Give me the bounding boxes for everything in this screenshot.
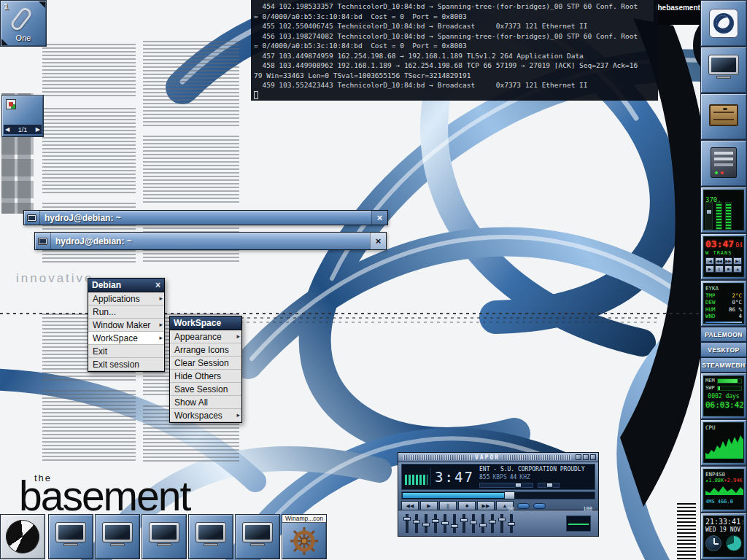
window-titlebar-hydroj-1[interactable]: hydroJ@debian: ~ × (23, 210, 388, 225)
appicon-terminal-2[interactable] (95, 514, 140, 559)
eq-slider[interactable] (453, 514, 456, 533)
dock-net-monitor[interactable]: ENP4S0 ▴1.88K ▾2.94K 4MS 466.0 (700, 466, 747, 513)
appicon-terminal-3[interactable] (142, 514, 187, 559)
winamp-scale-100: 100 (583, 506, 592, 512)
appicon-winamp-folder[interactable]: Winamp...con (282, 514, 327, 559)
root-menu-titlebar[interactable]: Debian × (88, 279, 164, 292)
eq-slider[interactable] (472, 514, 475, 533)
pager-right-arrow-icon[interactable]: ▶ (36, 126, 40, 133)
winamp-stop-button[interactable]: ■ (458, 501, 476, 510)
weather-pressure-bar (705, 322, 742, 324)
eq-slider[interactable] (481, 514, 484, 533)
seek-knob[interactable] (504, 491, 515, 499)
launcher-steamwebh[interactable]: STEAMWEBH (700, 357, 747, 373)
workspace-submenu-titlebar[interactable]: WorkSpace (170, 316, 241, 330)
player-eject-button[interactable]: ▲ (733, 265, 742, 273)
uptime-time: 06:03:42 (705, 400, 742, 410)
launcher-vesktop[interactable]: VESKTOP (700, 342, 747, 357)
winamp-close-button[interactable] (590, 454, 596, 460)
eq-slider[interactable] (510, 514, 513, 533)
cpu-label: CPU (705, 424, 742, 431)
winamp-player[interactable]: VAPOR 3:47 ENT - S.U. CORPORATION PROUDL… (398, 452, 599, 537)
player-play-button[interactable]: ▶ (705, 265, 714, 273)
pager-left-arrow-icon[interactable]: ◀ (5, 126, 9, 133)
winamp-equalizer[interactable] (398, 510, 599, 537)
menu-item-arrange-icons[interactable]: Arrange Icons (170, 343, 241, 357)
analog-clock-icon (705, 535, 721, 551)
player-prev-button[interactable]: |◀ (705, 257, 714, 265)
eq-slider[interactable] (415, 514, 418, 533)
winamp-shuffle-button[interactable] (517, 503, 530, 509)
window-close-button[interactable]: × (370, 233, 386, 249)
mixer-slider[interactable] (705, 202, 713, 230)
winamp-minimize-button[interactable] (576, 454, 581, 460)
menu-item-workspaces[interactable]: Workspaces ▸ (170, 409, 241, 422)
winamp-bitrate-unit: KBPS (492, 474, 506, 481)
weather-label: HUM (705, 306, 716, 314)
winamp-shade-button[interactable] (583, 454, 589, 460)
winamp-titlebar[interactable]: VAPOR (398, 453, 598, 462)
player-stop-button[interactable]: ■ (724, 265, 733, 273)
clip-next-arrow[interactable] (39, 1, 45, 8)
winamp-balance-slider[interactable] (538, 483, 560, 488)
menu-item-clear-session[interactable]: Clear Session (170, 357, 241, 370)
menu-item-exit[interactable]: Exit (88, 345, 164, 358)
menu-item-run[interactable]: Run... (88, 306, 164, 319)
menu-close-icon[interactable]: × (155, 280, 160, 290)
eq-slider[interactable] (500, 514, 503, 533)
mem-bar (717, 378, 742, 384)
eq-slider[interactable] (444, 514, 446, 533)
dock-sysmonitor[interactable]: MEM SWP 0002 days 06:03:42 (700, 373, 747, 419)
mixer-vu-meter (725, 202, 732, 230)
winamp-play-button[interactable]: ▶ (420, 501, 438, 510)
eq-slider[interactable] (406, 514, 409, 533)
dock-mixer[interactable]: 370. (700, 187, 747, 233)
dock-clock[interactable]: 21:33:41 3561 WED 19 NOV (700, 513, 747, 560)
launcher-palemoon[interactable]: PALEMOON (700, 327, 747, 342)
menu-item-show-all[interactable]: Show All (170, 396, 241, 409)
appicon-terminal-1[interactable] (48, 514, 93, 559)
winamp-volume-slider[interactable] (479, 483, 533, 488)
eq-slider[interactable] (491, 514, 494, 533)
appicon-terminal-5[interactable] (235, 514, 280, 559)
window-menu-button[interactable] (35, 233, 51, 249)
eq-slider[interactable] (434, 514, 437, 533)
menu-item-applications[interactable]: Applications ▸ (88, 292, 164, 306)
menu-item-appearance[interactable]: Appearance ▸ (170, 330, 241, 343)
window-close-button[interactable]: × (371, 211, 387, 225)
menu-item-workspace[interactable]: WorkSpace ▸ (88, 332, 164, 345)
dock-appicon-terminal[interactable] (700, 47, 747, 93)
winamp-next-button[interactable]: ▶▶ (477, 501, 495, 510)
dock-cpu-monitor[interactable]: CPU (700, 419, 747, 466)
window-titlebar-hydroj-2[interactable]: hydroJ@debian: ~ × (34, 232, 387, 250)
submenu-arrow-icon: ▸ (236, 411, 240, 419)
dock-appicon-fileserver[interactable] (700, 140, 747, 187)
dock-appicon-gnustep[interactable] (700, 0, 747, 47)
winamp-prev-button[interactable]: ◀◀ (401, 501, 419, 510)
workspace-clip[interactable]: 1 One (0, 0, 47, 47)
menu-item-hide-others[interactable]: Hide Others (170, 370, 241, 383)
dock-appicon-filemanager[interactable] (700, 93, 747, 140)
winamp-seek-slider[interactable] (401, 491, 595, 499)
eq-slider[interactable] (425, 514, 427, 533)
submenu-arrow-icon: ▸ (159, 321, 163, 328)
player-pause-button[interactable]: || (715, 265, 724, 273)
pager-appicon[interactable]: ◀ 1/1 ▶ (1, 95, 44, 137)
menu-item-exit-session[interactable]: Exit session (88, 358, 164, 371)
menu-item-window-maker[interactable]: Window Maker ▸ (88, 319, 164, 332)
player-next-button[interactable]: ▶| (733, 257, 742, 265)
winamp-pause-button[interactable]: || (439, 501, 457, 510)
menu-item-save-session[interactable]: Save Session (170, 383, 241, 396)
player-fwd-button[interactable]: ▶▶ (724, 257, 733, 265)
window-menu-button[interactable] (24, 211, 40, 225)
appicon-swirl[interactable] (0, 514, 45, 559)
player-rew-button[interactable]: ◀◀ (715, 257, 724, 265)
terminal-window[interactable]: 454 102.198533357 TechnicolorD_10:84:bd … (251, 0, 658, 101)
eq-slider[interactable] (462, 514, 465, 533)
dock-player-clock[interactable]: 03:47 04 W TRANS |◀ ◀◀ ▶▶ ▶| ▶ || ■ ▲ (700, 233, 747, 280)
winamp-repeat-button[interactable] (533, 503, 546, 509)
weather-value: 2°C (732, 292, 742, 300)
clip-prev-arrow[interactable] (1, 39, 8, 45)
dock-weather[interactable]: EYKA TMP2°C DEW0°C HUM86 % WND4 (700, 280, 747, 327)
appicon-terminal-4[interactable] (188, 514, 233, 559)
